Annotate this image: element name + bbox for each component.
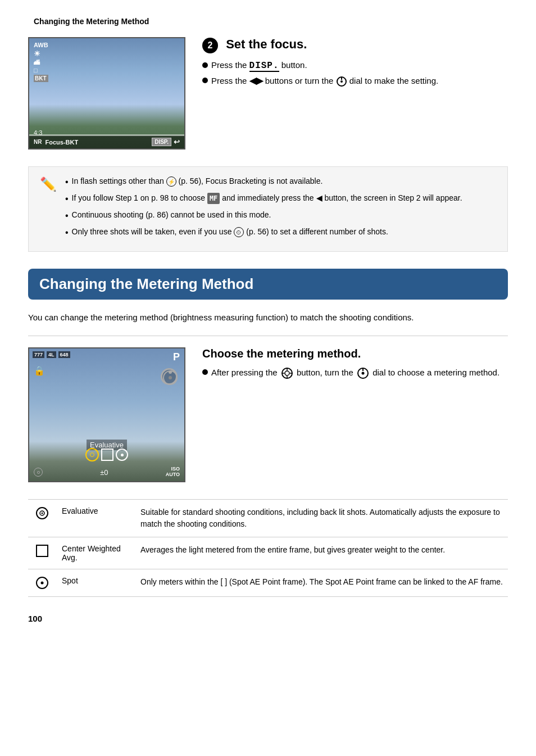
cam2-dial-svg: [162, 370, 178, 386]
metering-table: Evaluative Suitable for standard shootin…: [28, 499, 508, 597]
focus-bkt-label: Focus-BKT: [45, 139, 78, 146]
cam2-badge-777: 777: [33, 351, 44, 358]
cam2-iso: ISO AUTO: [166, 467, 180, 478]
bullet-dot-2: [202, 78, 208, 83]
icon-af: ☀: [34, 49, 48, 58]
note-pencil-icon: ✏️: [40, 176, 57, 243]
section2: 777 4L 648 P 🔒 Evaluative: [28, 347, 508, 482]
note-text-2: If you follow Step 1 on p. 98 to choose …: [72, 192, 462, 204]
step1-bullets: Press the DISP. button. Press the ◀▶ but…: [202, 60, 508, 87]
cam2-metering-spot: [116, 449, 128, 461]
disp-text: DISP.: [249, 61, 279, 72]
nr-label: NR: [34, 139, 42, 145]
note-text-4: Only three shots will be taken, even if …: [72, 226, 388, 238]
bullet-1: Press the DISP. button.: [202, 60, 508, 71]
table-row-spot: Spot Only meters within the [ ] (Spot AE…: [28, 569, 508, 597]
table-row-center: Center Weighted Avg. Averages the light …: [28, 537, 508, 569]
camera-icons: AWB ☀ 🏙 □ BKT: [34, 42, 48, 82]
cam2-badge-648: 648: [58, 351, 70, 358]
step1-title: 2 Set the focus.: [202, 37, 508, 53]
step2-content: Choose the metering method. After pressi…: [202, 347, 508, 482]
note-item-2: If you follow Step 1 on p. 98 to choose …: [65, 192, 462, 206]
divider: [28, 336, 508, 336]
cam2-circle-left: [34, 468, 43, 477]
step2-bullet-1: After pressing the button, turn the: [202, 367, 508, 379]
camera-screen-1: AWB ☀ 🏙 □ BKT NR Focus-BKT DISP. ↩ 4:3: [28, 37, 185, 150]
icon-evaluative-cell: [28, 506, 56, 520]
back-arrow: ↩: [174, 138, 180, 146]
bullet-2: Press the ◀▶ buttons or turn the dial to…: [202, 75, 508, 87]
note-text-3: Continuous shooting (p. 86) cannot be us…: [72, 209, 271, 221]
bullet-dot-1: [202, 62, 208, 68]
cam2-dial-icon: [161, 368, 178, 385]
cam2-metering-center: [101, 449, 113, 461]
label-center: Center Weighted Avg.: [62, 544, 135, 562]
svg-point-2: [340, 80, 343, 83]
section1: AWB ☀ 🏙 □ BKT NR Focus-BKT DISP. ↩ 4:3 2…: [28, 37, 508, 150]
camera-bottom-bar: NR Focus-BKT DISP. ↩: [29, 135, 184, 148]
bullet-text-2: Press the ◀▶ buttons or turn the dial to…: [211, 75, 438, 87]
icon-nr: 🏙: [34, 59, 48, 66]
step2-bullet-text: After pressing the button, turn the: [211, 367, 499, 379]
main-dial-icon: [357, 367, 369, 379]
svg-point-20: [41, 582, 44, 585]
evaluative-icon-svg: [35, 506, 49, 520]
step2-title: Choose the metering method.: [202, 347, 508, 360]
mf-badge: MF: [207, 193, 220, 204]
progress-bar: [29, 134, 184, 136]
cam2-metering-icons: [85, 448, 128, 461]
note-item-4: Only three shots will be taken, even if …: [65, 226, 462, 239]
note-text-1: In flash settings other than ⚡ (p. 56), …: [72, 175, 323, 187]
desc-spot: Only meters within the [ ] (Spot AE Poin…: [140, 576, 508, 588]
svg-point-17: [42, 513, 43, 514]
cam2-bottom-left: [34, 468, 43, 477]
step-number: 2: [202, 38, 218, 53]
cam2-mode-p: P: [173, 351, 180, 363]
page-header: Changing the Metering Method: [28, 17, 508, 26]
svg-rect-18: [37, 545, 48, 556]
icon-awb: AWB: [34, 42, 48, 48]
label-evaluative: Evaluative: [62, 506, 135, 515]
page-number: 100: [28, 614, 508, 623]
svg-point-5: [169, 376, 172, 379]
cam2-badge-4l: 4L: [47, 351, 56, 358]
section-heading: Changing the Metering Method: [28, 269, 508, 300]
note-box: ✏️ In flash settings other than ⚡ (p. 56…: [28, 166, 508, 252]
center-icon-svg: [35, 544, 49, 558]
spot-icon-svg: [35, 576, 49, 590]
func-button-icon: [281, 367, 293, 379]
label-spot: Spot: [62, 576, 135, 585]
icon-square: □: [34, 67, 48, 74]
step1-content: 2 Set the focus. Press the DISP. button.…: [202, 37, 508, 150]
bullet-text-1: Press the DISP. button.: [211, 60, 307, 71]
svg-point-4: [169, 370, 172, 374]
note-content: In flash settings other than ⚡ (p. 56), …: [65, 175, 462, 243]
disp-badge: DISP.: [152, 138, 171, 146]
svg-point-7: [285, 371, 289, 375]
cam2-exposure: ±0: [100, 468, 108, 477]
section-desc: You can change the metering method (brig…: [28, 311, 508, 324]
desc-center: Averages the light metered from the enti…: [140, 544, 508, 556]
icon-bkt: BKT: [34, 75, 48, 82]
step2-bullets: After pressing the button, turn the: [202, 367, 508, 379]
note-item-3: Continuous shooting (p. 86) cannot be us…: [65, 209, 462, 223]
cam2-metering-evaluative: [85, 448, 99, 461]
svg-point-14: [361, 372, 364, 375]
table-row-evaluative: Evaluative Suitable for standard shootin…: [28, 500, 508, 537]
dial-svg: [336, 76, 347, 87]
arrow-lr: ◀▶: [249, 76, 263, 85]
note-item-1: In flash settings other than ⚡ (p. 56), …: [65, 175, 462, 189]
note-list: In flash settings other than ⚡ (p. 56), …: [65, 175, 462, 239]
step2-bullet-dot: [202, 369, 208, 375]
cam2-bottom-bar: ±0 ISO AUTO: [29, 467, 184, 478]
icon-spot-cell: [28, 576, 56, 590]
icon-center-cell: [28, 544, 56, 558]
cam2-lock-icon: 🔒: [34, 365, 45, 376]
cam2-top-left: 777 4L 648: [33, 351, 70, 358]
desc-evaluative: Suitable for standard shooting condition…: [140, 506, 508, 530]
cam2-top-bar: 777 4L 648: [29, 351, 184, 358]
camera-screen-2: 777 4L 648 P 🔒 Evaluative: [28, 347, 185, 482]
